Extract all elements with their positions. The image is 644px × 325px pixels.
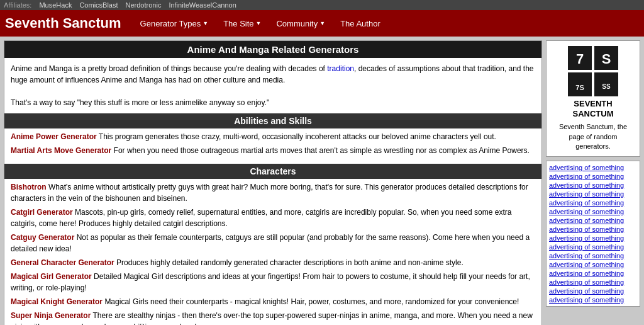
- ad-item[interactable]: advertising of something: [549, 252, 637, 259]
- affiliates-bar: Affiliates: MuseHack ComicsBlast Nerdotr…: [0, 0, 644, 10]
- ad-item[interactable]: advertising of something: [549, 190, 637, 198]
- magical-knight-generator-link[interactable]: Magical Knight Generator: [11, 297, 103, 306]
- ad-item[interactable]: advertising of something: [549, 199, 637, 207]
- general-character-generator-link[interactable]: General Character Generator: [11, 258, 114, 267]
- ad-item[interactable]: advertising of something: [549, 278, 637, 286]
- list-item: Catguy Generator Not as popular as their…: [11, 232, 535, 254]
- main-layout: Anime And Manga Related Generators Anime…: [0, 37, 644, 325]
- ad-item[interactable]: advertising of something: [549, 225, 637, 233]
- dropdown-arrow-the-site: ▼: [256, 20, 262, 26]
- list-item: Catgirl Generator Mascots, pin-up girls,…: [11, 207, 535, 229]
- section-header-abilities: Abilities and Skills: [4, 113, 541, 128]
- nav-the-site[interactable]: The Site ▼: [217, 16, 267, 31]
- intro-text: Anime and Manga is a pretty broad defini…: [4, 58, 541, 113]
- ad-item[interactable]: advertising of something: [549, 234, 637, 242]
- main-section-title: Anime And Manga Related Generators: [4, 41, 541, 58]
- catgirl-generator-desc: Mascots, pin-up girls, comedy relief, su…: [11, 208, 511, 228]
- martial-arts-move-generator-desc: For when you need those outrageous marti…: [114, 146, 530, 155]
- nav-community[interactable]: Community ▼: [270, 16, 331, 31]
- list-item: Anime Power Generator This program gener…: [11, 131, 535, 142]
- ad-item[interactable]: advertising of something: [549, 164, 637, 171]
- catgirl-generator-link[interactable]: Catgirl Generator: [11, 208, 73, 217]
- logo-tagline: Seventh Sanctum, the page of random gene…: [552, 122, 635, 151]
- martial-arts-move-generator-link[interactable]: Martial Arts Move Generator: [11, 146, 111, 155]
- magical-knight-generator-desc: Magical Girls need their counterparts - …: [104, 297, 519, 306]
- anime-power-generator-desc: This program generates those crazy, mult…: [99, 132, 496, 141]
- catguy-generator-desc: Not as popular as their female counterpa…: [11, 233, 530, 253]
- content-area: Anime And Manga Related Generators Anime…: [4, 40, 542, 325]
- magical-girl-generator-link[interactable]: Magical Girl Generator: [11, 272, 92, 281]
- ad-item[interactable]: advertising of something: [549, 296, 637, 304]
- nav-generator-types[interactable]: Generator Types ▼: [134, 16, 215, 31]
- logo-svg: 7 S 7S SS: [568, 46, 618, 96]
- dropdown-arrow-community: ▼: [319, 20, 325, 26]
- list-item: General Character Generator Produces hig…: [11, 257, 535, 268]
- header: Seventh Sanctum Generator Types ▼ The Si…: [0, 10, 644, 37]
- list-item: Super Ninja Generator There are stealthy…: [11, 310, 535, 325]
- svg-text:7S: 7S: [575, 84, 584, 91]
- ad-item[interactable]: advertising of something: [549, 217, 637, 224]
- logo-title-text: SEVENTHSANCTUM: [552, 99, 635, 118]
- affiliates-label: Affiliates:: [4, 1, 31, 9]
- sidebar: 7 S 7S SS SEVENTHSANCTUM Seventh Sanctum…: [546, 40, 640, 325]
- list-item: Magical Knight Generator Magical Girls n…: [11, 296, 535, 307]
- affiliate-nerdotronic[interactable]: Nerdotronic: [126, 1, 162, 9]
- anime-power-generator-link[interactable]: Anime Power Generator: [11, 132, 97, 141]
- section-header-characters: Characters: [4, 164, 541, 179]
- bishotron-desc: What's anime without artistically pretty…: [11, 183, 528, 203]
- nav-the-author[interactable]: The Author: [334, 16, 387, 31]
- svg-text:S: S: [602, 51, 611, 67]
- intro-para-1: Anime and Manga is a pretty broad defini…: [11, 63, 535, 86]
- ad-item[interactable]: advertising of something: [549, 208, 637, 215]
- ad-item[interactable]: advertising of something: [549, 243, 637, 251]
- characters-section: Bishotron What's anime without artistica…: [4, 179, 541, 325]
- affiliate-comicsblast[interactable]: ComicsBlast: [79, 1, 118, 9]
- ad-item[interactable]: advertising of something: [549, 261, 637, 268]
- ad-item[interactable]: advertising of something: [549, 287, 637, 295]
- svg-text:7: 7: [576, 51, 584, 67]
- super-ninja-generator-link[interactable]: Super Ninja Generator: [11, 311, 91, 320]
- ad-item[interactable]: advertising of something: [549, 270, 637, 277]
- catguy-generator-link[interactable]: Catguy Generator: [11, 233, 74, 242]
- dropdown-arrow-generator-types: ▼: [203, 20, 208, 26]
- intro-para-2: That's a way to say "hey this stuff is m…: [11, 97, 535, 108]
- affiliate-infiniteweaselcannon[interactable]: InfiniteWeaselCannon: [169, 1, 236, 9]
- tradition-link[interactable]: tradition: [327, 64, 354, 73]
- svg-text:SS: SS: [602, 83, 611, 90]
- site-title[interactable]: Seventh Sanctum: [5, 15, 121, 31]
- abilities-section: Anime Power Generator This program gener…: [4, 128, 541, 164]
- logo-box: 7 S 7S SS SEVENTHSANCTUM Seventh Sanctum…: [546, 40, 640, 157]
- list-item: Martial Arts Move Generator For when you…: [11, 145, 535, 156]
- bishotron-link[interactable]: Bishotron: [11, 183, 47, 191]
- ad-box: advertising of somethingadvertising of s…: [546, 161, 640, 307]
- affiliate-musehack[interactable]: MuseHack: [39, 1, 72, 9]
- nav: Generator Types ▼ The Site ▼ Community ▼…: [134, 16, 387, 31]
- general-character-generator-desc: Produces highly detailed randomly genera…: [116, 258, 464, 267]
- list-item: Bishotron What's anime without artistica…: [11, 181, 535, 204]
- list-item: Magical Girl Generator Detailed Magical …: [11, 271, 535, 294]
- ad-item[interactable]: advertising of something: [549, 181, 637, 189]
- ad-item[interactable]: advertising of something: [549, 173, 637, 180]
